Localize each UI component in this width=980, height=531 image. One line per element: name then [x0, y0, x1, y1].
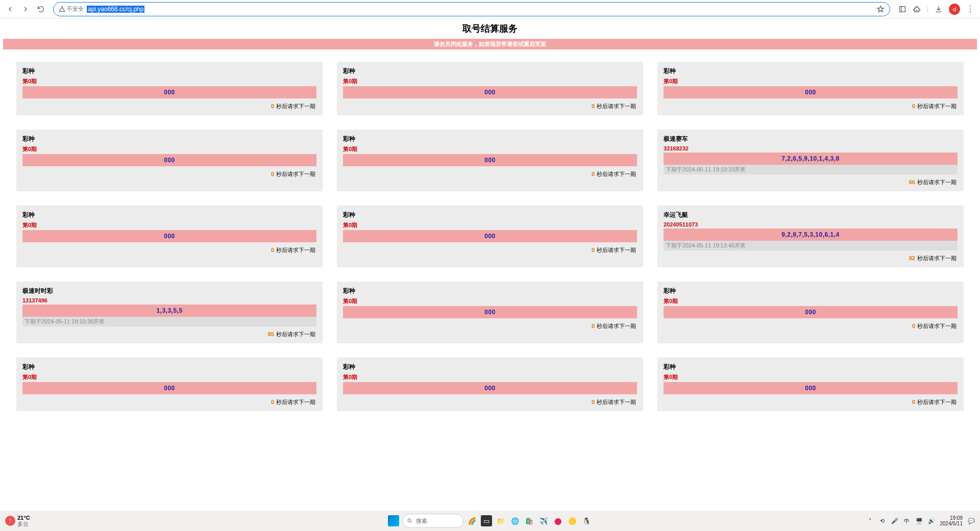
avatar[interactable]: d — [949, 4, 960, 15]
lottery-card: 彩种第0期0000秒后请求下一期 — [16, 358, 323, 411]
countdown-seconds: 0 — [592, 399, 595, 405]
countdown-suffix: 秒后请求下一期 — [276, 399, 315, 405]
countdown-row: 0秒后请求下一期 — [22, 242, 316, 255]
lottery-card: 彩种第0期0000秒后请求下一期 — [337, 282, 643, 343]
countdown-suffix: 秒后请求下一期 — [276, 171, 315, 177]
numbers-bar: 000 — [664, 86, 958, 98]
countdown-row: 0秒后请求下一期 — [22, 98, 316, 111]
card-period: 第0期 — [22, 78, 316, 85]
card-period: 第0期 — [343, 297, 637, 305]
download-icon[interactable] — [935, 5, 943, 13]
panel-icon[interactable] — [898, 5, 906, 13]
svg-rect-0 — [900, 6, 905, 12]
lottery-card: 彩种第0期0000秒后请求下一期 — [657, 282, 964, 343]
countdown-seconds: 0 — [271, 171, 274, 177]
countdown-suffix: 秒后请求下一期 — [917, 399, 957, 405]
countdown-suffix: 秒后请求下一期 — [917, 323, 957, 329]
back-button[interactable] — [4, 3, 16, 15]
card-title: 彩种 — [343, 135, 637, 143]
countdown-seconds: 65 — [268, 331, 274, 337]
card-title: 彩种 — [343, 67, 637, 75]
reload-icon — [37, 5, 45, 13]
numbers-bar: 000 — [664, 306, 958, 318]
lottery-card: 彩种第0期0000秒后请求下一期 — [657, 358, 964, 411]
divider: | — [927, 6, 928, 13]
card-period: 第0期 — [664, 373, 958, 381]
countdown-suffix: 秒后请求下一期 — [597, 171, 636, 177]
countdown-row: 0秒后请求下一期 — [343, 242, 637, 255]
card-title: 彩种 — [343, 211, 637, 219]
countdown-suffix: 秒后请求下一期 — [276, 103, 315, 109]
numbers-bar: 000 — [22, 86, 316, 98]
card-title: 彩种 — [22, 67, 316, 75]
page-title: 取号结算服务 — [3, 18, 977, 39]
lottery-card: 彩种第0期0000秒后请求下一期 — [337, 130, 643, 191]
card-period: 第0期 — [343, 78, 637, 85]
cards-grid: 彩种第0期0000秒后请求下一期彩种第0期0000秒后请求下一期彩种第0期000… — [3, 57, 977, 421]
forward-button[interactable] — [19, 3, 32, 15]
card-period: 第0期 — [22, 373, 316, 381]
next-draw-info: 下期于2024-05-11 19:10:30开奖 — [22, 317, 316, 326]
countdown-suffix: 秒后请求下一期 — [276, 247, 315, 253]
countdown-seconds: 0 — [592, 103, 595, 109]
countdown-row: 0秒后请求下一期 — [22, 394, 316, 407]
countdown-suffix: 秒后请求下一期 — [276, 331, 315, 337]
countdown-seconds: 0 — [912, 103, 915, 109]
reload-button[interactable] — [35, 3, 47, 15]
countdown-row: 0秒后请求下一期 — [664, 98, 958, 111]
card-period: 33168232 — [664, 145, 958, 151]
lottery-card: 彩种第0期0000秒后请求下一期 — [16, 206, 323, 267]
numbers-bar: 000 — [343, 382, 637, 394]
countdown-seconds: 0 — [592, 247, 595, 253]
lottery-card: 彩种第0期0000秒后请求下一期 — [337, 206, 643, 267]
lottery-card: 彩种第0期0000秒后请求下一期 — [657, 62, 964, 115]
card-title: 彩种 — [22, 135, 316, 143]
security-badge: 不安全 — [59, 5, 84, 13]
warning-icon — [59, 6, 65, 12]
countdown-suffix: 秒后请求下一期 — [597, 399, 636, 405]
countdown-seconds: 0 — [592, 323, 595, 329]
card-period: 第0期 — [343, 221, 637, 229]
card-title: 彩种 — [343, 287, 637, 295]
lottery-card: 彩种第0期0000秒后请求下一期 — [337, 62, 643, 115]
countdown-suffix: 秒后请求下一期 — [917, 103, 957, 109]
countdown-seconds: 66 — [909, 179, 915, 185]
countdown-seconds: 0 — [592, 171, 595, 177]
countdown-suffix: 秒后请求下一期 — [917, 255, 957, 261]
lottery-card: 极速赛车331682327,2,6,5,9,10,1,4,3,8下期于2024-… — [657, 130, 964, 191]
lottery-card: 极速时时彩131374961,3,3,5,5下期于2024-05-11 19:1… — [16, 282, 323, 343]
countdown-seconds: 0 — [912, 323, 915, 329]
card-period: 13137496 — [22, 297, 316, 304]
browser-chrome: 不安全 api.yao666.cc/cj.php | d ⋮ — [0, 0, 980, 18]
card-title: 彩种 — [22, 211, 316, 219]
lottery-card: 彩种第0期0000秒后请求下一期 — [16, 62, 323, 115]
card-title: 极速时时彩 — [22, 287, 316, 295]
lottery-card: 幸运飞艇202405110739,2,8,7,5,3,10,6,1,4下期于20… — [657, 206, 964, 267]
security-label: 不安全 — [67, 5, 84, 13]
warning-banner: 请勿关闭此服务，如发现异常请尝试重启页面 — [3, 39, 977, 49]
address-bar[interactable]: 不安全 api.yao666.cc/cj.php — [53, 2, 890, 16]
numbers-bar: 000 — [343, 154, 637, 166]
numbers-bar: 000 — [343, 86, 637, 98]
card-period: 第0期 — [22, 221, 316, 229]
countdown-row: 0秒后请求下一期 — [343, 318, 637, 331]
countdown-row: 65秒后请求下一期 — [22, 326, 316, 339]
countdown-row: 0秒后请求下一期 — [664, 394, 958, 407]
card-title: 彩种 — [664, 67, 958, 75]
star-icon[interactable] — [876, 5, 885, 13]
countdown-row: 0秒后请求下一期 — [343, 166, 637, 179]
numbers-bar: 000 — [22, 154, 316, 166]
countdown-row: 66秒后请求下一期 — [664, 174, 958, 187]
countdown-row: 0秒后请求下一期 — [664, 318, 958, 331]
countdown-seconds: 0 — [271, 103, 274, 109]
card-title: 极速赛车 — [664, 135, 958, 143]
card-period: 第0期 — [343, 145, 637, 153]
lottery-card: 彩种第0期0000秒后请求下一期 — [16, 130, 323, 191]
next-draw-info: 下期于2024-05-11 19:10:33开奖 — [664, 165, 958, 174]
numbers-bar: 000 — [343, 230, 637, 242]
menu-button[interactable]: ⋮ — [966, 4, 974, 14]
countdown-suffix: 秒后请求下一期 — [597, 103, 636, 109]
next-draw-info: 下期于2024-05-11 19:13:45开奖 — [664, 241, 958, 250]
countdown-row: 0秒后请求下一期 — [22, 166, 316, 179]
extension-icon[interactable] — [913, 5, 921, 13]
